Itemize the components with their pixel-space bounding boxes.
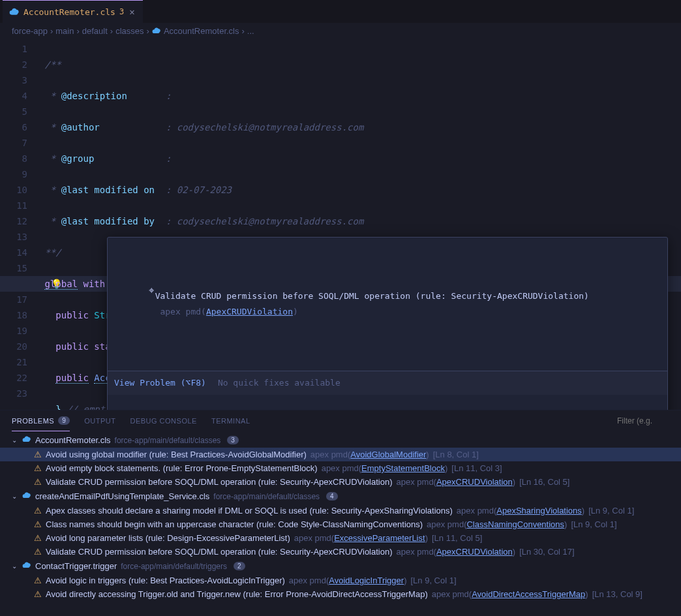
rule-link[interactable]: EmptyStatementBlock xyxy=(361,463,445,473)
problem-message: Avoid empty block statements. (rule: Err… xyxy=(46,463,318,473)
file-name: AccountRemoter.cls xyxy=(35,435,111,445)
salesforce-icon xyxy=(22,561,31,572)
tab-debug-console[interactable]: DEBUG CONSOLE xyxy=(130,410,196,431)
problems-filter-input[interactable] xyxy=(617,416,669,425)
problem-file-header[interactable]: ⌄ContactTrigger.triggerforce-app/main/de… xyxy=(0,559,681,574)
file-path: force-app/main/default/triggers xyxy=(121,562,227,571)
rule-link[interactable]: ExcessiveParameterList xyxy=(334,533,425,543)
file-path: force-app/main/default/classes xyxy=(115,436,221,445)
problem-message: Avoid long parameter lists (rule: Design… xyxy=(46,533,290,543)
problem-source: apex pmd(EmptyStatementBlock) xyxy=(322,463,448,473)
problems-count-badge: 9 xyxy=(58,416,70,425)
rule-link[interactable]: AvoidGlobalModifier xyxy=(350,450,426,459)
problem-position: [Ln 16, Col 5] xyxy=(519,477,569,487)
problem-item[interactable]: ⚠Validate CRUD permission before SOQL/DM… xyxy=(0,475,681,489)
close-icon[interactable]: ✕ xyxy=(128,7,136,17)
file-problem-count: 3 xyxy=(227,436,239,444)
problem-message: Avoid directly accessing Trigger.old and… xyxy=(46,589,428,599)
salesforce-icon xyxy=(152,26,161,35)
warning-icon: ⚠ xyxy=(34,547,42,557)
panel-tab-bar: PROBLEMS 9 OUTPUT DEBUG CONSOLE TERMINAL xyxy=(0,410,681,431)
problem-item[interactable]: ⚠Avoid directly accessing Trigger.old an… xyxy=(0,587,681,601)
problem-source: apex pmd(ApexCRUDViolation) xyxy=(397,477,516,487)
breadcrumb: force-app› main› default› classes› Accou… xyxy=(0,23,681,38)
diagnostic-link[interactable]: ApexCRUDViolation xyxy=(206,307,293,316)
problem-message: Apex classes should declare a sharing mo… xyxy=(46,506,453,516)
problem-position: [Ln 9, Col 1] xyxy=(588,506,634,516)
diagnostic-hover-popup: Validate CRUD permission before SOQL/DML… xyxy=(107,237,668,410)
breadcrumb-item[interactable]: default xyxy=(82,26,108,36)
problem-source: apex pmd(AvoidLogicInTrigger) xyxy=(289,576,407,585)
line-number-gutter: 1234567891011121314151617181920212223 xyxy=(0,38,39,410)
tab-problems[interactable]: PROBLEMS 9 xyxy=(12,410,70,431)
problem-position: [Ln 8, Col 1] xyxy=(433,450,479,459)
salesforce-icon xyxy=(22,435,31,446)
warning-icon: ⚠ xyxy=(34,463,42,473)
problem-item[interactable]: ⚠Class names should begin with an upperc… xyxy=(0,517,681,531)
rule-link[interactable]: AvoidLogicInTrigger xyxy=(329,576,404,585)
problem-item[interactable]: ⚠Apex classes should declare a sharing m… xyxy=(0,504,681,517)
file-problem-count: 2 xyxy=(234,562,245,570)
diagnostic-message: Validate CRUD permission before SOQL/DML… xyxy=(155,291,589,301)
editor-tab-bar: AccountRemoter.cls 3 ✕ xyxy=(0,0,681,23)
rule-link[interactable]: ApexCRUDViolation xyxy=(436,477,513,487)
file-problem-count: 4 xyxy=(326,492,338,501)
warning-icon: ⚠ xyxy=(34,576,42,585)
problem-item[interactable]: ⚠Avoid using global modifier (rule: Best… xyxy=(0,448,681,461)
breadcrumb-item[interactable]: classes xyxy=(115,26,144,36)
problem-message: Avoid logic in triggers (rule: Best Prac… xyxy=(46,576,285,585)
warning-icon: ⚠ xyxy=(34,533,42,543)
breadcrumb-item[interactable]: main xyxy=(55,26,74,36)
problem-position: [Ln 9, Col 1] xyxy=(571,519,616,529)
problem-item[interactable]: ⚠Avoid empty block statements. (rule: Er… xyxy=(0,461,681,475)
tab-name: AccountRemoter.cls xyxy=(23,7,115,17)
problem-message: Avoid using global modifier (rule: Best … xyxy=(46,450,307,459)
warning-icon: ⚠ xyxy=(34,506,42,516)
tab-dirty-badge: 3 xyxy=(119,7,124,16)
bottom-panel: PROBLEMS 9 OUTPUT DEBUG CONSOLE TERMINAL… xyxy=(0,410,681,616)
breadcrumb-item[interactable]: ... xyxy=(247,26,254,36)
view-problem-link[interactable]: View Problem (⌥F8) xyxy=(114,375,206,391)
tab-output[interactable]: OUTPUT xyxy=(84,410,115,431)
chevron-down-icon: ⌄ xyxy=(12,493,18,500)
problem-message: Validate CRUD permission before SOQL/DML… xyxy=(46,477,393,487)
editor-tab[interactable]: AccountRemoter.cls 3 ✕ xyxy=(3,0,143,23)
salesforce-icon xyxy=(9,7,20,17)
problem-message: Validate CRUD permission before SOQL/DML… xyxy=(46,547,393,557)
tab-terminal[interactable]: TERMINAL xyxy=(211,410,250,431)
problem-item[interactable]: ⚠Validate CRUD permission before SOQL/DM… xyxy=(0,545,681,559)
editor-area[interactable]: 1234567891011121314151617181920212223 💡 … xyxy=(0,38,681,410)
rule-link[interactable]: ClassNamingConventions xyxy=(466,519,564,529)
warning-icon: ⚠ xyxy=(34,450,42,459)
rule-link[interactable]: ApexSharingViolations xyxy=(496,506,582,516)
problem-item[interactable]: ⚠Avoid long parameter lists (rule: Desig… xyxy=(0,531,681,545)
problem-position: [Ln 11, Col 5] xyxy=(432,533,482,543)
problem-file-header[interactable]: ⌄createAndEmailPdfUsingTemplate_Service.… xyxy=(0,489,681,504)
problem-source: apex pmd(ApexCRUDViolation) xyxy=(397,547,516,557)
breadcrumb-item[interactable]: force-app xyxy=(12,26,48,36)
salesforce-icon xyxy=(22,491,31,502)
rule-link[interactable]: AvoidDirectAccessTriggerMap xyxy=(472,589,585,599)
file-path: force-app/main/default/classes xyxy=(213,492,320,501)
warning-icon: ⚠ xyxy=(34,519,42,529)
rule-link[interactable]: ApexCRUDViolation xyxy=(436,547,513,557)
problem-source: apex pmd(AvoidGlobalModifier) xyxy=(310,450,429,459)
problem-position: [Ln 30, Col 17] xyxy=(519,547,575,557)
problem-message: Class names should begin with an upperca… xyxy=(46,519,423,529)
problem-source: apex pmd(ClassNamingConventions) xyxy=(427,519,567,529)
problem-file-header[interactable]: ⌄AccountRemoter.clsforce-app/main/defaul… xyxy=(0,433,681,448)
problem-source: apex pmd(AvoidDirectAccessTriggerMap) xyxy=(432,589,588,599)
problem-source: apex pmd(ExcessiveParameterList) xyxy=(294,533,428,543)
breadcrumb-item[interactable]: AccountRemoter.cls xyxy=(164,26,239,36)
problem-item[interactable]: ⚠Avoid logic in triggers (rule: Best Pra… xyxy=(0,574,681,587)
code-content[interactable]: /** * @description : * @author : codysec… xyxy=(39,38,681,410)
warning-icon: ⚠ xyxy=(34,589,42,599)
problems-list[interactable]: ⌄AccountRemoter.clsforce-app/main/defaul… xyxy=(0,431,681,616)
problem-position: [Ln 13, Col 9] xyxy=(592,589,643,599)
chevron-down-icon: ⌄ xyxy=(12,562,18,570)
no-quick-fix-label: No quick fixes available xyxy=(218,375,340,391)
chevron-down-icon: ⌄ xyxy=(12,437,18,444)
problem-source: apex pmd(ApexSharingViolations) xyxy=(457,506,584,516)
file-name: createAndEmailPdfUsingTemplate_Service.c… xyxy=(35,491,209,501)
problem-position: [Ln 9, Col 1] xyxy=(410,576,456,585)
